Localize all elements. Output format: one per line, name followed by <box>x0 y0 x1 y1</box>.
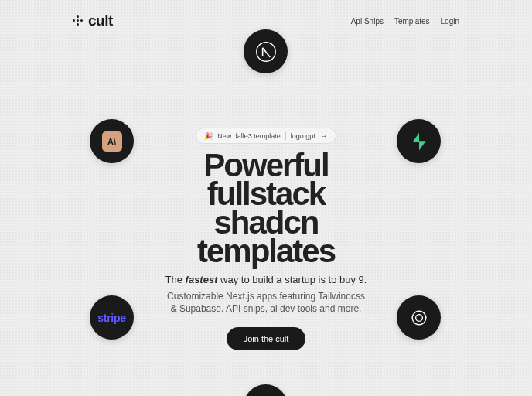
hero-subheading: The fastest way to build a startup is to… <box>165 274 367 285</box>
arrow-right-icon: → <box>320 131 328 140</box>
stripe-icon: stripe <box>97 312 125 324</box>
nav-api-snips[interactable]: Api Snips <box>351 17 384 26</box>
hero-headline: Powerful fullstack shadcn templates <box>197 152 335 266</box>
svg-point-1 <box>415 314 422 321</box>
openai-icon <box>408 307 430 329</box>
orb-bottom <box>244 384 288 396</box>
nextjs-icon <box>255 41 277 63</box>
pill-text-a: New dalle3 template <box>217 132 281 140</box>
announcement-pill[interactable]: 🎉 New dalle3 template logo gpt → <box>196 128 336 144</box>
pill-emoji-icon: 🎉 <box>204 132 213 140</box>
orb-anthropic: A\ <box>90 119 134 163</box>
hero-description: Customizable Next.js apps featuring Tail… <box>165 290 367 315</box>
nav-login[interactable]: Login <box>441 17 459 26</box>
orb-supabase <box>397 119 441 163</box>
orb-nextjs <box>244 29 288 73</box>
brand-logo[interactable]: cult <box>73 12 113 29</box>
join-cult-button[interactable]: Join the cult <box>227 327 306 350</box>
orb-stripe: stripe <box>90 295 134 340</box>
pill-divider <box>285 132 286 140</box>
brand-mark-icon <box>73 15 84 26</box>
pill-text-b: logo gpt <box>291 132 315 140</box>
nav-templates[interactable]: Templates <box>394 17 430 26</box>
brand-name: cult <box>88 12 113 29</box>
orb-openai <box>397 295 441 340</box>
primary-nav: Api Snips Templates Login <box>351 17 459 26</box>
supabase-icon <box>408 131 430 152</box>
anthropic-icon: A\ <box>102 131 122 152</box>
